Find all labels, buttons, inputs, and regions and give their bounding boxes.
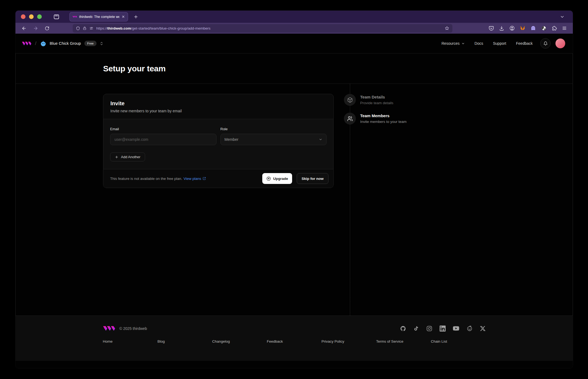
step-title: Team Details	[360, 94, 393, 100]
download-icon[interactable]	[499, 26, 504, 31]
footer-link-home[interactable]: Home	[103, 339, 158, 343]
team-switcher-chevrons-icon[interactable]	[100, 42, 104, 46]
notifications-bell-icon[interactable]	[540, 38, 551, 49]
skip-for-now-button[interactable]: Skip for now	[297, 173, 328, 184]
footer-link-changelog[interactable]: Changelog	[212, 339, 267, 343]
youtube-icon[interactable]	[453, 325, 459, 332]
step-description: Invite members to your team	[360, 119, 407, 124]
nav-feedback[interactable]: Feedback	[516, 41, 533, 46]
browser-tab[interactable]: thirdweb: The complete web3 d	[69, 12, 128, 21]
breadcrumb: / Blue Chick Group Free	[22, 40, 104, 47]
tab-title: thirdweb: The complete web3 d	[79, 15, 119, 19]
plus-icon	[115, 155, 119, 159]
browser-window: thirdweb: The complete web3 d	[15, 11, 573, 368]
firefox-view-icon[interactable]	[53, 14, 60, 20]
external-link-icon	[203, 177, 206, 180]
email-label: Email	[110, 127, 216, 131]
footer-link-terms-of-service[interactable]: Terms of Service	[376, 339, 431, 343]
close-window-button[interactable]	[21, 14, 25, 19]
bookmark-star-icon[interactable]	[445, 26, 449, 30]
back-button[interactable]	[21, 26, 27, 31]
site-header: / Blue Chick Group Free Resources Docs	[15, 34, 573, 53]
browser-toolbar: https://thirdweb.com/get-started/team/bl…	[15, 23, 573, 34]
role-label: Role	[220, 127, 327, 131]
permissions-icon[interactable]	[89, 26, 94, 30]
url-path: /get-started/team/blue-chick-group/add-m…	[131, 26, 210, 30]
url-domain: thirdweb.com	[107, 26, 131, 30]
invite-card-footer: This feature is not available on the fre…	[103, 169, 333, 188]
tracking-protection-shield-icon[interactable]	[76, 26, 80, 30]
phantom-icon[interactable]	[531, 26, 536, 31]
privacy-extension-icon[interactable]	[541, 26, 547, 31]
step-title: Team Members	[360, 113, 407, 118]
footer-link-chain-list[interactable]: Chain List	[431, 339, 485, 343]
instagram-icon[interactable]	[426, 326, 432, 332]
plan-notice: This feature is not available on the fre…	[110, 177, 182, 181]
add-another-button[interactable]: Add Another	[110, 152, 145, 161]
forward-button[interactable]	[33, 26, 38, 31]
footer-link-blog[interactable]: Blog	[158, 339, 212, 343]
chevron-down-icon	[319, 138, 322, 141]
tab-close-icon[interactable]	[122, 15, 125, 18]
lock-icon[interactable]	[83, 26, 87, 30]
invite-card-body: Email Role Member	[103, 119, 333, 169]
email-input[interactable]	[110, 134, 216, 145]
step-description: Provide team details	[360, 101, 393, 106]
invite-card-header: Invite Invite new members to your team b…	[103, 94, 333, 119]
arrow-up-circle-icon	[266, 176, 271, 181]
nav-docs[interactable]: Docs	[475, 41, 483, 46]
add-another-label: Add Another	[121, 155, 140, 159]
breadcrumb-separator: /	[35, 40, 36, 46]
x-twitter-icon[interactable]	[480, 326, 485, 331]
thirdweb-logo-icon[interactable]	[22, 42, 31, 46]
team-avatar-chick-icon	[40, 40, 47, 47]
minimize-window-button[interactable]	[29, 14, 34, 19]
list-all-tabs-button[interactable]	[560, 14, 565, 19]
role-field-group: Role Member	[220, 127, 327, 145]
step-team-details[interactable]: Team Details Provide team details	[344, 94, 393, 106]
users-icon	[344, 113, 356, 125]
role-select-value: Member	[225, 137, 238, 142]
thirdweb-page: / Blue Chick Group Free Resources Docs	[15, 34, 573, 368]
zoom-window-button[interactable]	[37, 14, 42, 19]
metamask-icon[interactable]	[520, 26, 525, 31]
pocket-icon[interactable]	[489, 26, 494, 31]
tiktok-icon[interactable]	[413, 326, 419, 331]
user-avatar[interactable]	[555, 39, 565, 48]
invite-card: Invite Invite new members to your team b…	[103, 94, 334, 188]
thirdweb-favicon-icon	[72, 15, 77, 18]
upgrade-button[interactable]: Upgrade	[262, 173, 292, 184]
social-links	[400, 325, 485, 332]
content-area: Invite Invite new members to your team b…	[15, 84, 573, 316]
desktop: thirdweb: The complete web3 d	[0, 0, 588, 379]
browser-tab-bar: thirdweb: The complete web3 d	[15, 11, 573, 23]
new-tab-button[interactable]	[133, 14, 138, 19]
team-name[interactable]: Blue Chick Group	[50, 41, 81, 46]
toolbar-extensions	[489, 26, 567, 31]
plan-badge: Free	[84, 41, 97, 46]
url-scheme: https://	[96, 26, 107, 30]
nav-resources[interactable]: Resources	[442, 41, 465, 46]
footer-link-privacy-policy[interactable]: Privacy Policy	[321, 339, 376, 343]
url-bar[interactable]: https://thirdweb.com/get-started/team/bl…	[73, 24, 452, 33]
page-heading-band: Setup your team	[15, 53, 573, 84]
thirdweb-footer-logo-icon	[103, 326, 115, 331]
page-title: Setup your team	[103, 64, 166, 73]
footer-link-feedback[interactable]: Feedback	[267, 339, 322, 343]
linkedin-icon[interactable]	[440, 326, 446, 332]
reddit-icon[interactable]	[466, 325, 473, 332]
view-plans-link[interactable]: View plans	[184, 177, 206, 181]
nav-support[interactable]: Support	[493, 41, 506, 46]
account-icon[interactable]	[509, 26, 515, 31]
menu-hamburger-icon[interactable]	[562, 26, 567, 31]
site-footer: © 2025 thirdweb	[15, 316, 573, 361]
traffic-lights	[21, 14, 42, 19]
github-icon[interactable]	[400, 326, 406, 332]
email-field-group: Email	[110, 127, 216, 145]
chevron-down-icon	[461, 42, 465, 45]
extensions-puzzle-icon[interactable]	[552, 26, 557, 31]
step-team-members[interactable]: Team Members Invite members to your team	[344, 113, 407, 125]
url-text[interactable]: https://thirdweb.com/get-started/team/bl…	[96, 26, 210, 30]
reload-button[interactable]	[45, 26, 49, 31]
role-select[interactable]: Member	[220, 134, 327, 145]
